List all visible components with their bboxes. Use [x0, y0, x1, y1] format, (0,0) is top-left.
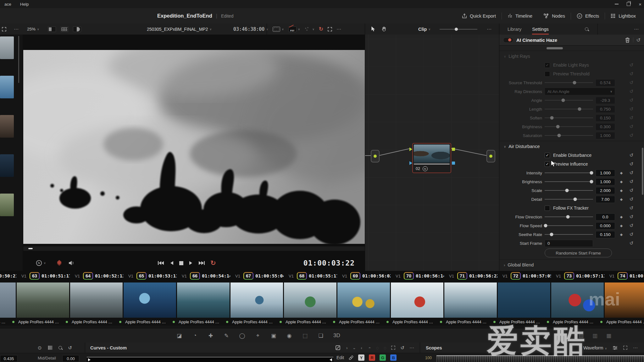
curve-value-box[interactable]: 0.435 [0, 355, 18, 362]
keyframe-diamond[interactable]: ◆ [618, 171, 625, 175]
wipe-icon[interactable]: ◪ [176, 332, 182, 339]
source-threshold-value[interactable]: 0.574 [596, 79, 615, 86]
air-brightness-slider[interactable] [545, 179, 593, 184]
hand-tool-icon[interactable] [381, 26, 387, 32]
media-thumbnail[interactable] [0, 154, 14, 177]
timeline-clip[interactable]: V1 63 01:00:51:17 Apple ProRes 4444 … [16, 271, 70, 326]
step-back-button[interactable] [170, 261, 174, 265]
timeline-clip[interactable]: V1 64 01:00:52:13 Apple ProRes 4444 … [70, 271, 123, 326]
mesh-icon[interactable]: ✚ [208, 332, 214, 339]
sat-vs-sat-icon[interactable]: ◌ [376, 345, 379, 350]
keyframe-diamond[interactable]: ◆ [618, 233, 625, 237]
curves-reset-icon[interactable]: ↺ [400, 345, 404, 351]
brightness-slider[interactable] [545, 124, 593, 129]
histogram-icon[interactable] [48, 346, 52, 350]
hue-vs-lum-icon[interactable]: ◐ [361, 345, 363, 350]
scope-expand-icon[interactable] [623, 346, 627, 350]
timeline-clip[interactable]: V1 74 01:00:57:21 Apple ProRes 4444 … [604, 271, 644, 326]
trash-icon[interactable] [625, 37, 630, 43]
channel-g-button[interactable]: G [380, 354, 386, 361]
clip-thumbnail[interactable] [0, 282, 16, 318]
magic-refresh-icon[interactable]: ↻ [319, 26, 323, 32]
effects-view-button[interactable]: fx Effects [571, 8, 605, 24]
hue-vs-hue-icon[interactable]: ◑ [345, 345, 348, 350]
clip-thumbnail[interactable] [177, 282, 230, 318]
timeline-clip[interactable]: V1 72 01:00:57:05 Apple ProRes 4444 … [497, 271, 551, 326]
channel-y-button[interactable]: Y [358, 354, 364, 361]
link-icon[interactable] [348, 355, 354, 360]
media-thumbnail[interactable] [0, 194, 14, 216]
timeline-clip[interactable]: V1 68 01:00:55:17 Apple ProRes 4444 … [284, 271, 337, 326]
lightbox-view-button[interactable]: Lightbox [605, 8, 641, 24]
loop-button[interactable]: ↻ [210, 259, 216, 267]
channel-r-button[interactable]: R [369, 354, 375, 361]
scope-options-icon[interactable]: ⋯ [633, 345, 638, 351]
clip-name-dropdown[interactable]: 250305_EXPxBM_FINAL_MP2∨ [138, 24, 220, 35]
tab-settings[interactable]: Settings [532, 24, 548, 35]
media-thumbnail[interactable] [0, 36, 14, 59]
light-rays-header[interactable]: ∨Light Rays [499, 52, 644, 61]
curve-marker-left[interactable] [88, 358, 91, 361]
timeline-clip[interactable]: V1 71 01:00:56:22 Apple ProRes 4444 … [444, 271, 497, 326]
viewer-options-icon[interactable]: ⋯ [14, 26, 19, 32]
onscreen-overlay-icon[interactable]: ∨ [304, 27, 314, 31]
audio-icon[interactable] [69, 261, 74, 266]
grid-viewer-icon[interactable] [60, 26, 69, 32]
randomize-start-frame-button[interactable]: Randomize Start Frame [545, 249, 612, 257]
dissolve-icon[interactable]: ◔ [192, 332, 198, 339]
keyframe-diamond[interactable]: ◆ [618, 224, 625, 228]
goto-end-button[interactable] [198, 261, 205, 265]
reset-icon[interactable]: ↺ [628, 196, 635, 202]
zoom-level-dropdown[interactable]: 25%∨ [27, 24, 39, 35]
node-02[interactable]: 02 fx [412, 143, 451, 173]
lum-vs-sat-icon[interactable]: ◓ [368, 345, 371, 350]
timeline-view-button[interactable]: Timeline [502, 8, 538, 24]
intensity-value[interactable]: 1.000 [596, 169, 615, 177]
angle-value[interactable]: -29.3 [596, 97, 615, 104]
node-zoom-slider[interactable] [440, 24, 477, 35]
hue-vs-sat-icon[interactable]: ◒ [353, 345, 355, 350]
effect-enable-toggle[interactable] [503, 37, 513, 43]
media-thumbnail[interactable] [0, 76, 14, 98]
flow-direction-slider[interactable] [545, 215, 593, 219]
timeline-clip[interactable]: V1 65 01:00:53:11 Apple ProRes 4444 … [123, 271, 177, 326]
timeline-clip[interactable]: V1 67 01:00:55:04 Apple ProRes 4444 … [230, 271, 284, 326]
timeline-clip[interactable]: V1 66 01:00:54:14 Apple ProRes 4444 … [177, 271, 230, 326]
source-threshold-slider[interactable] [545, 80, 593, 85]
start-frame-input[interactable]: 0 [545, 240, 593, 247]
quick-export-button[interactable]: Quick Export [456, 8, 502, 24]
timeline-clip[interactable]: V1 70 01:00:56:14 Apple ProRes 4444 … [391, 271, 444, 326]
tracker-icon[interactable]: ⌖ [255, 332, 261, 339]
reset-icon[interactable]: ↺ [628, 80, 635, 85]
scale-slider[interactable] [545, 188, 593, 193]
timeline-clip[interactable]: 01:00:50:21 Apple ProRes 4444 … [0, 271, 16, 326]
stop-button[interactable] [179, 261, 183, 265]
follow-fx-tracker-checkbox[interactable] [545, 206, 550, 211]
clip-thumbnail[interactable] [124, 282, 176, 318]
seethe-rate-value[interactable]: 0.150 [596, 231, 615, 238]
node-output-blue[interactable] [452, 162, 455, 165]
reset-icon[interactable]: ↺ [628, 89, 635, 94]
settings-options-icon[interactable]: ⋯ [634, 26, 639, 32]
channel-b-button[interactable]: B [390, 354, 397, 361]
reset-icon[interactable]: ↺ [628, 152, 635, 158]
nodes-view-button[interactable]: Nodes [538, 8, 571, 24]
media-strip-scrollbar[interactable] [18, 36, 19, 83]
custom-curve-icon[interactable] [336, 345, 340, 350]
fit-viewer-icon[interactable] [328, 27, 332, 31]
proxy-icon[interactable]: PXY∨ [288, 26, 300, 32]
safe-area-icon[interactable]: ∨ [273, 27, 284, 32]
menu-item-workspace[interactable]: ace [0, 2, 16, 7]
viewer-fx-icon[interactable]: fx ∨ [36, 260, 46, 266]
tab-library[interactable]: Library [508, 24, 521, 35]
ellipse-icon[interactable]: ◯ [239, 332, 245, 339]
reset-icon[interactable]: ↺ [628, 205, 635, 211]
reset-icon[interactable]: ↺ [628, 71, 635, 77]
keyframe-diamond[interactable]: ◆ [618, 189, 625, 193]
restore-button[interactable] [627, 2, 630, 6]
reset-icon[interactable]: ↺ [628, 232, 635, 237]
saturation-value[interactable]: 1.000 [596, 132, 615, 139]
length-value[interactable]: 0.750 [596, 106, 615, 113]
viewer-more-icon[interactable]: ⋯ [336, 26, 342, 32]
timecode-dropdown[interactable]: 03:46:38:00∨ [233, 24, 268, 35]
